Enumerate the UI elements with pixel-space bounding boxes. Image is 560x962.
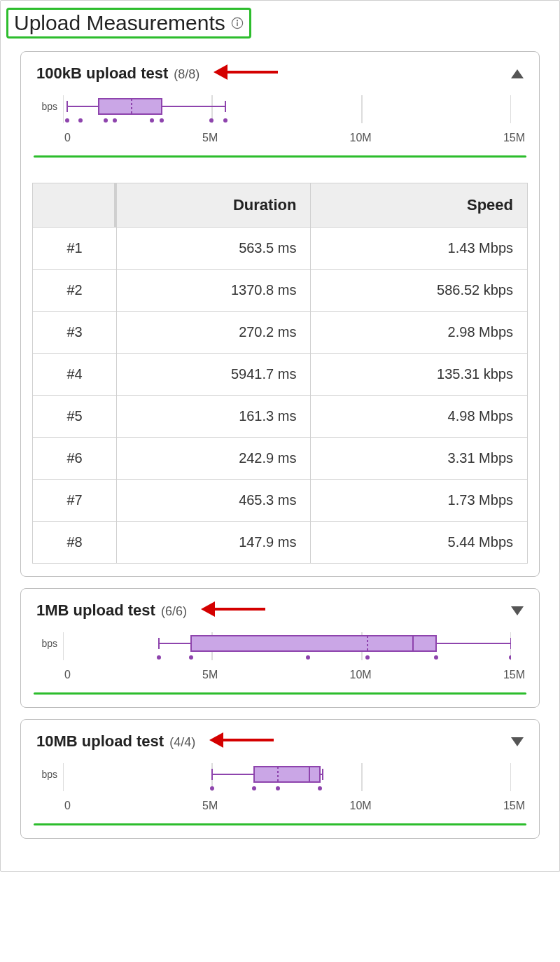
panel-100kb-header[interactable]: 100kB upload test (8/8) <box>21 52 539 83</box>
svg-point-16 <box>113 118 117 123</box>
table-row: #7 465.3 ms 1.73 Mbps <box>33 480 528 522</box>
annotation-arrow-icon <box>211 734 274 746</box>
boxplot-1mb-svg <box>63 632 511 666</box>
annotation-arrow-icon <box>215 66 278 78</box>
panel-100kb-table: Duration Speed #1 563.5 ms 1.43 Mbps #2 … <box>21 158 539 576</box>
axis-tick: 10M <box>350 669 372 681</box>
col-speed: Speed <box>311 183 528 228</box>
svg-point-52 <box>318 786 322 790</box>
panel-1mb-count: (6/6) <box>161 604 187 619</box>
svg-point-17 <box>150 118 154 123</box>
panel-100kb-count: (8/8) <box>174 67 200 82</box>
table-row: #5 161.3 ms 4.98 Mbps <box>33 396 528 438</box>
axis-tick: 10M <box>350 800 372 812</box>
panel-10mb-count: (4/4) <box>169 735 195 750</box>
svg-point-34 <box>306 655 310 660</box>
row-index: #2 <box>33 270 117 312</box>
boxplot-10mb-svg <box>63 763 511 797</box>
row-duration: 5941.7 ms <box>117 354 311 396</box>
svg-point-32 <box>157 655 161 660</box>
svg-point-14 <box>78 118 83 123</box>
row-index: #6 <box>33 438 117 480</box>
table-row: #8 147.9 ms 5.44 Mbps <box>33 522 528 564</box>
axis-tick: 10M <box>350 132 372 144</box>
info-icon[interactable] <box>231 17 244 29</box>
row-index: #7 <box>33 480 117 522</box>
svg-point-1 <box>237 20 238 21</box>
row-duration: 270.2 ms <box>117 312 311 354</box>
chevron-down-icon[interactable] <box>511 606 524 615</box>
svg-point-49 <box>210 786 214 790</box>
section-title-highlight: Upload Measurements <box>6 8 251 39</box>
axis-tick: 15M <box>503 132 525 144</box>
boxplot-10mb-axis: 0 5M 10M 15M <box>63 797 526 812</box>
chevron-up-icon[interactable] <box>511 69 524 78</box>
axis-tick: 15M <box>503 669 525 681</box>
upload-measurements-card: Upload Measurements 100kB upload test (8… <box>0 0 560 872</box>
row-index: #4 <box>33 354 117 396</box>
axis-tick: 0 <box>64 800 71 812</box>
svg-point-51 <box>276 786 280 790</box>
row-duration: 161.3 ms <box>117 396 311 438</box>
svg-point-19 <box>209 118 214 123</box>
panel-10mb-title: 10MB upload test <box>36 732 164 751</box>
col-duration: Duration <box>117 183 311 228</box>
table-row: #3 270.2 ms 2.98 Mbps <box>33 312 528 354</box>
axis-tick: 0 <box>64 132 71 144</box>
panel-1mb-boxplot: bps <box>21 620 539 681</box>
svg-point-20 <box>223 118 227 123</box>
svg-point-35 <box>365 655 370 660</box>
row-speed: 5.44 Mbps <box>311 522 528 564</box>
svg-rect-11 <box>99 99 162 114</box>
col-index <box>33 183 117 228</box>
svg-point-15 <box>104 118 108 123</box>
boxplot-100kb-svg <box>63 95 511 129</box>
row-duration: 1370.8 ms <box>117 270 311 312</box>
svg-point-50 <box>252 786 256 790</box>
row-index: #8 <box>33 522 117 564</box>
annotation-arrow-icon <box>202 603 265 615</box>
svg-point-33 <box>189 655 193 660</box>
table-header-row: Duration Speed <box>33 183 528 228</box>
row-speed: 1.43 Mbps <box>311 228 528 270</box>
row-duration: 563.5 ms <box>117 228 311 270</box>
panel-100kb-title: 100kB upload test <box>36 64 168 83</box>
panel-1mb: 1MB upload test (6/6) bps <box>20 588 540 708</box>
svg-point-13 <box>65 118 69 123</box>
panel-10mb-header[interactable]: 10MB upload test (4/4) <box>21 720 539 751</box>
table-row: #2 1370.8 ms 586.52 kbps <box>33 270 528 312</box>
table-row: #4 5941.7 ms 135.31 kbps <box>33 354 528 396</box>
row-speed: 2.98 Mbps <box>311 312 528 354</box>
bps-label: bps <box>34 763 57 780</box>
row-index: #1 <box>33 228 117 270</box>
svg-point-18 <box>160 118 164 123</box>
row-index: #5 <box>33 396 117 438</box>
bps-label: bps <box>34 632 57 649</box>
measurements-table: Duration Speed #1 563.5 ms 1.43 Mbps #2 … <box>32 183 528 564</box>
boxplot-100kb-axis: 0 5M 10M 15M <box>63 129 526 144</box>
panel-100kb-boxplot: bps <box>21 83 539 144</box>
boxplot-1mb-axis: 0 5M 10M 15M <box>63 666 526 681</box>
axis-tick: 5M <box>202 800 218 812</box>
row-speed: 135.31 kbps <box>311 354 528 396</box>
panel-1mb-header[interactable]: 1MB upload test (6/6) <box>21 589 539 620</box>
row-duration: 242.9 ms <box>117 438 311 480</box>
chevron-down-icon[interactable] <box>511 737 524 746</box>
axis-tick: 5M <box>202 132 218 144</box>
row-speed: 3.31 Mbps <box>311 438 528 480</box>
panel-10mb: 10MB upload test (4/4) bps <box>20 719 540 839</box>
row-duration: 147.9 ms <box>117 522 311 564</box>
row-index: #3 <box>33 312 117 354</box>
axis-tick: 15M <box>503 800 525 812</box>
axis-tick: 0 <box>64 669 71 681</box>
svg-rect-29 <box>191 636 436 651</box>
section-title: Upload Measurements <box>14 11 225 35</box>
bps-label: bps <box>34 95 57 112</box>
svg-rect-2 <box>237 22 237 26</box>
svg-point-37 <box>509 655 511 660</box>
table-row: #1 563.5 ms 1.43 Mbps <box>33 228 528 270</box>
row-duration: 465.3 ms <box>117 480 311 522</box>
table-row: #6 242.9 ms 3.31 Mbps <box>33 438 528 480</box>
panel-1mb-title: 1MB upload test <box>36 601 155 620</box>
axis-tick: 5M <box>202 669 218 681</box>
